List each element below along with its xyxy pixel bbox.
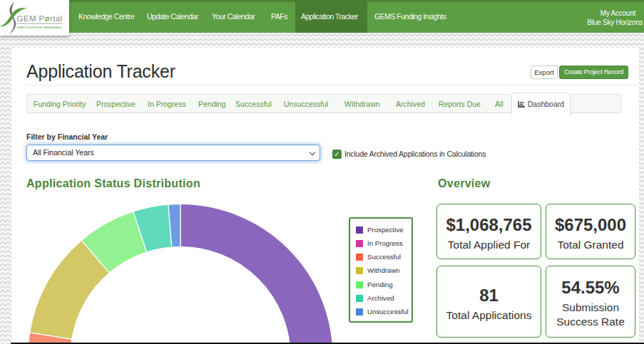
svg-text:GRANTS EXPERTISE MANAGEMENT: GRANTS EXPERTISE MANAGEMENT <box>17 26 63 29</box>
svg-text:GEM Pørtal: GEM Pørtal <box>17 14 63 23</box>
